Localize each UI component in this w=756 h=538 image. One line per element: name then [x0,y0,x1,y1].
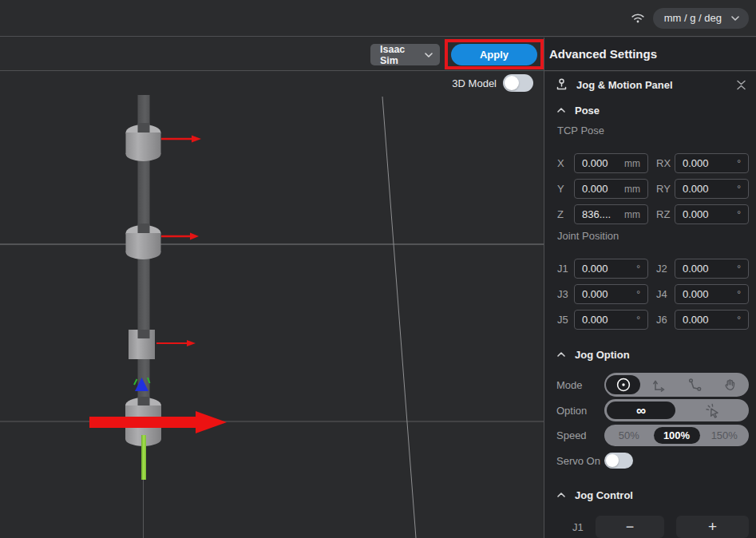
robot-joint-2 [126,224,161,259]
tcp-row-y: Y 0.000mm RY 0.000° [544,179,756,199]
tcp-rx-input[interactable]: 0.000° [675,153,749,173]
units-selector-value: mm / g / deg [664,12,722,24]
chevron-down-icon [731,16,739,21]
robot-joint-3 [129,330,155,359]
page-title: Advanced Settings [549,47,657,61]
j1-input[interactable]: 0.000° [574,259,648,279]
toggle-knob [606,454,619,467]
j1-minus-button[interactable]: − [596,516,664,538]
base-coordinate-icon[interactable] [641,377,677,393]
top-bar: mm / g / deg [0,0,756,37]
tcp-x-input[interactable]: 0.000mm [574,153,648,173]
model-toggle-label: 3D Model [452,77,497,89]
green-axis-indicator [141,435,146,480]
plus-icon: + [708,518,717,536]
joint-position-label: Joint Position [557,230,619,242]
pose-section-header[interactable]: Pose [544,104,756,117]
minus-icon: − [626,519,635,536]
jog-control-section-header[interactable]: Jog Control [544,489,756,501]
sim-selector[interactable]: Isaac Sim [370,44,440,65]
speed-50-option[interactable]: 50% [604,429,654,441]
jog-option-section-header[interactable]: Jog Option [544,348,756,361]
speed-100-option[interactable]: 100% [654,427,700,444]
chevron-up-icon [557,493,565,497]
infinity-icon: ∞ [636,404,646,417]
speed-segmented-control: 50% 100% 150% [604,425,749,446]
j1-jog-control-row: J1 − + [544,516,756,538]
3d-model-toggle[interactable] [503,74,533,92]
robot-control-app: mm / g / deg Isaac Sim Apply Advanced Se… [0,0,756,538]
joint-row-3: J5 0.000° J6 0.000° [544,310,756,330]
j1-plus-button[interactable]: + [676,516,749,538]
jog-motion-panel-row: Jog & Motion Panel [544,77,756,93]
panel-header: Advanced Settings [544,38,756,71]
robot-joint-1 [126,123,161,161]
j1-jog-label: J1 [572,521,596,533]
joint-row-2: J3 0.000° J4 0.000° [544,284,756,304]
tcp-ry-input[interactable]: 0.000° [675,179,749,199]
j2-input[interactable]: 0.000° [675,259,749,279]
joint-jog-icon[interactable] [606,375,640,394]
model-toggle-row: 3D Model [452,74,533,92]
joint-2-axis-arrow[interactable] [161,233,199,240]
option-row: Option ∞ [544,399,756,421]
apply-highlight-box: Apply [445,39,544,69]
viewport-3d[interactable]: 3D Model [0,72,544,538]
continuous-jog-option[interactable]: ∞ [607,402,675,419]
joint-row-1: J1 0.000° J2 0.000° [544,259,756,279]
tcp-pose-label: TCP Pose [557,125,604,136]
units-selector[interactable]: mm / g / deg [653,8,749,29]
collapse-icon[interactable] [736,79,746,91]
sim-selector-value: Isaac Sim [380,44,425,66]
tcp-row-z: Z 836....mm RZ 0.000° [544,204,756,224]
mode-segmented-control [604,373,749,397]
advanced-settings-panel: Jog & Motion Panel Pose TCP Pose X 0.000… [544,72,756,538]
j5-input[interactable]: 0.000° [574,310,648,330]
option-segmented-control: ∞ [604,399,749,421]
toolbar: Isaac Sim Apply [0,38,544,71]
speed-row: Speed 50% 100% 150% [544,425,756,446]
servo-on-toggle[interactable] [604,453,633,469]
jog-motion-panel-title: Jog & Motion Panel [576,79,673,91]
grid-line-vertical [382,97,416,538]
chevron-down-icon [425,53,433,57]
wifi-icon [631,12,645,24]
tcp-y-input[interactable]: 0.000mm [574,179,648,199]
chevron-up-icon [557,352,565,357]
toggle-knob [505,76,519,90]
robot-scene [0,72,544,538]
tcp-rz-input[interactable]: 0.000° [675,204,749,224]
j4-input[interactable]: 0.000° [675,284,749,304]
joint-3-axis-arrow[interactable] [156,340,196,346]
joint-1-axis-arrow[interactable] [161,136,201,143]
tool-coordinate-icon[interactable] [677,377,713,393]
j6-input[interactable]: 0.000° [675,310,749,330]
mode-row: Mode [544,373,756,397]
tcp-z-input[interactable]: 836....mm [574,204,648,224]
tcp-row-x: X 0.000mm RX 0.000° [544,153,756,173]
chevron-up-icon [557,108,565,113]
joystick-icon [556,78,568,91]
apply-button[interactable]: Apply [451,44,537,65]
servo-row: Servo On [544,453,756,469]
hand-guide-icon[interactable] [712,377,748,393]
click-jog-icon[interactable] [675,402,749,419]
speed-150-option[interactable]: 150% [700,429,750,441]
j3-input[interactable]: 0.000° [574,284,648,304]
